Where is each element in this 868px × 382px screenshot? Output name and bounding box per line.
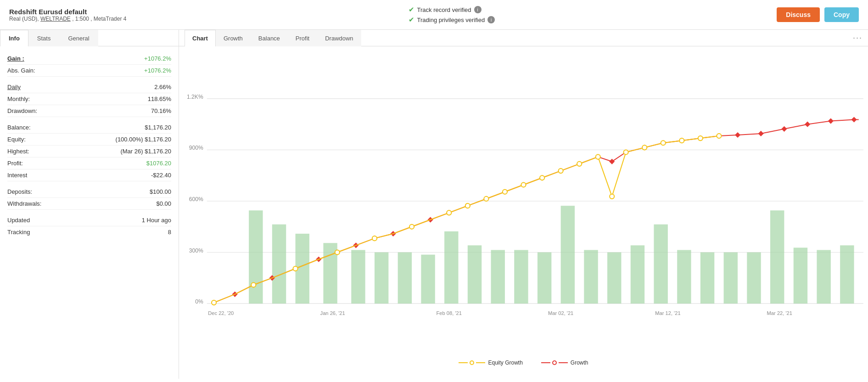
svg-marker-28 [735, 132, 740, 138]
svg-marker-31 [805, 122, 810, 127]
profit-value: $1076.20 [146, 160, 171, 167]
highest-value: (Mar 26) $1,176.20 [120, 148, 171, 155]
row-balance: Balance: $1,176.20 [7, 122, 171, 134]
svg-point-54 [698, 136, 703, 140]
row-tracking: Tracking 8 [7, 226, 171, 238]
tab-chart[interactable]: Chart [185, 30, 216, 46]
row-highest: Highest: (Mar 26) $1,176.20 [7, 146, 171, 157]
info-table: Gain : +1076.2% Abs. Gain: +1076.2% Dail… [0, 46, 179, 244]
legend-equity-growth: Equity Growth [459, 360, 522, 366]
updated-label: Updated [7, 217, 30, 224]
svg-point-48 [596, 155, 600, 159]
interest-value: -$22.40 [151, 172, 171, 179]
equity-value: (100.00%) $1,176.20 [116, 136, 171, 143]
copy-button[interactable]: Copy [824, 7, 859, 22]
gain-value: +1076.2% [144, 55, 171, 62]
row-monthly: Monthly: 118.65% [7, 93, 171, 105]
svg-point-52 [661, 140, 666, 145]
svg-point-37 [335, 250, 340, 254]
bar-18 [654, 225, 667, 303]
track-record-label: Track record verified [417, 6, 471, 13]
bar-9 [444, 231, 458, 303]
deposits-label: Deposits: [7, 188, 32, 195]
y-label-0: 0% [195, 298, 203, 305]
svg-point-55 [717, 134, 721, 138]
account-subtitle: Real (USD), WELTRADE , 1:500 , MetaTrade… [9, 16, 126, 22]
chart-tabs: Chart Growth Balance Profit Drawdown [185, 30, 361, 46]
chart-tabs-row: Chart Growth Balance Profit Drawdown ··· [179, 30, 868, 46]
tab-stats[interactable]: Stats [28, 30, 60, 46]
svg-point-34 [212, 300, 216, 305]
legend-growth-label: Growth [571, 360, 588, 366]
gain-label[interactable]: Gain : [7, 55, 24, 62]
abs-gain-value: +1076.2% [144, 67, 171, 74]
header-right: Discuss Copy [777, 7, 859, 22]
x-label-jan26: Jan 26, '21 [320, 310, 345, 316]
broker-link[interactable]: WELTRADE [40, 16, 71, 22]
tab-balance[interactable]: Balance [251, 30, 288, 46]
tab-info[interactable]: Info [0, 30, 28, 46]
daily-label[interactable]: Daily [7, 84, 21, 90]
svg-point-50 [624, 150, 628, 154]
x-label-mar12: Mar 12, '21 [655, 310, 680, 316]
row-gain: Gain : +1076.2% [7, 53, 171, 65]
header: Redshift Eurusd default Real (USD), WELT… [0, 0, 868, 30]
svg-point-44 [521, 182, 526, 187]
tab-growth[interactable]: Growth [216, 30, 251, 46]
trading-privileges-item: ✔ Trading privileges verified i [409, 16, 495, 24]
svg-point-40 [447, 210, 451, 215]
header-center: ✔ Track record verified i ✔ Trading priv… [409, 6, 495, 24]
drawdown-label: Drawdown: [7, 107, 37, 114]
drawdown-value: 70.16% [151, 107, 171, 114]
bar-24 [794, 247, 807, 303]
bar-2 [272, 225, 286, 303]
bar-14 [561, 206, 575, 303]
bar-8 [421, 255, 435, 303]
interest-label: Interest [7, 172, 27, 179]
discuss-button[interactable]: Discuss [777, 7, 820, 22]
svg-point-35 [251, 282, 256, 287]
withdrawals-label: Withdrawals: [7, 200, 41, 207]
tracking-value: 8 [168, 229, 171, 236]
left-tabs: Info Stats General [0, 30, 179, 46]
chart-container: 0% 300% 600% 900% 1.2K% Dec 22, '20 Jan … [179, 46, 868, 379]
row-drawdown: Drawdown: 70.16% [7, 105, 171, 117]
legend-growth: Growth [541, 360, 588, 366]
tab-profit[interactable]: Profit [288, 30, 317, 46]
y-label-1200: 1.2K% [187, 94, 203, 100]
balance-label: Balance: [7, 124, 31, 131]
svg-point-53 [679, 138, 684, 143]
bar-26 [840, 245, 854, 303]
svg-point-46 [559, 169, 563, 173]
svg-point-42 [484, 197, 488, 201]
tab-general[interactable]: General [59, 30, 98, 46]
y-label-300: 300% [189, 247, 203, 254]
x-label-feb08: Feb 08, '21 [437, 310, 462, 316]
bar-7 [398, 253, 412, 304]
monthly-label: Monthly: [7, 96, 30, 102]
track-record-info-icon[interactable]: i [474, 6, 482, 13]
svg-point-51 [642, 145, 647, 150]
bar-11 [491, 250, 505, 303]
tab-drawdown[interactable]: Drawdown [317, 30, 361, 46]
updated-value: 1 Hour ago [142, 217, 171, 224]
bar-19 [677, 250, 691, 303]
row-profit: Profit: $1076.20 [7, 157, 171, 169]
svg-point-38 [372, 236, 377, 241]
tracking-label: Tracking [7, 229, 30, 236]
dots-menu[interactable]: ··· [853, 33, 862, 43]
svg-point-36 [293, 266, 297, 271]
bar-12 [514, 250, 528, 303]
y-label-600: 600% [189, 196, 203, 202]
svg-point-49 [610, 194, 614, 199]
svg-point-43 [503, 190, 507, 194]
bar-21 [724, 253, 738, 304]
svg-point-41 [465, 203, 470, 208]
track-record-item: ✔ Track record verified i [409, 6, 495, 14]
x-label-mar22: Mar 22, '21 [767, 310, 792, 316]
growth-line [214, 120, 859, 303]
left-panel: Info Stats General Gain : +1076.2% Abs. … [0, 30, 179, 379]
withdrawals-value: $0.00 [156, 200, 171, 207]
bar-15 [584, 250, 598, 303]
trading-privileges-info-icon[interactable]: i [487, 16, 495, 23]
